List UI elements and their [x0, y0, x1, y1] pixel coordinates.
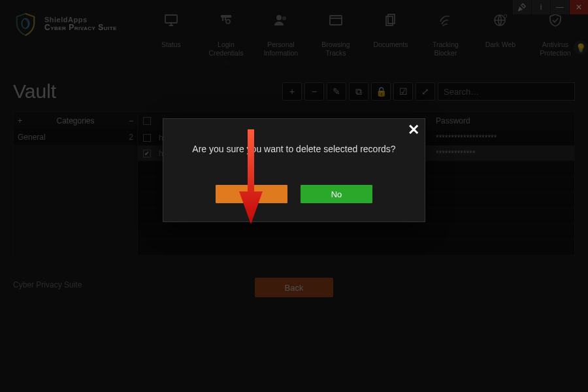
modal-close-button[interactable]: ✕	[408, 122, 419, 139]
confirm-delete-modal: ✕ Are you sure you want to delete select…	[163, 119, 425, 221]
modal-message: Are you sure you want to delete selected…	[182, 142, 406, 156]
confirm-yes-button[interactable]: Yes	[216, 185, 287, 203]
modal-overlay: ✕ Are you sure you want to delete select…	[0, 0, 588, 392]
confirm-no-button[interactable]: No	[301, 185, 372, 203]
